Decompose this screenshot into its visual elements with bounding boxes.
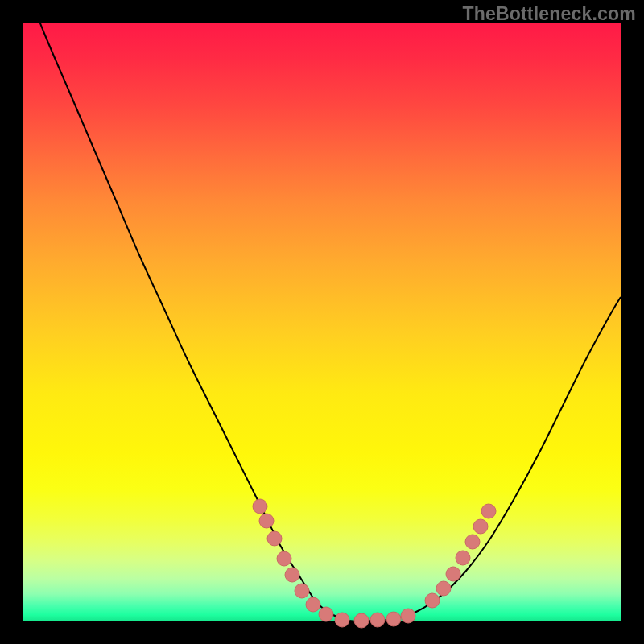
marker-point (306, 597, 320, 612)
marker-point (481, 504, 496, 518)
marker-point (277, 551, 291, 566)
marker-point (259, 514, 274, 528)
marker-point (386, 612, 401, 626)
marker-point (319, 607, 333, 621)
marker-point (456, 551, 470, 565)
highlighted-points (253, 499, 496, 628)
marker-point (370, 613, 385, 627)
marker-point (425, 593, 440, 608)
marker-point (267, 531, 282, 546)
marker-point (401, 609, 415, 623)
watermark-text: TheBottleneck.com (462, 3, 636, 25)
marker-point (285, 568, 299, 582)
bottleneck-curve (23, 0, 621, 621)
marker-point (473, 519, 488, 534)
marker-point (465, 535, 480, 549)
chart-svg (23, 23, 621, 621)
chart-frame (23, 23, 621, 621)
marker-point (354, 613, 369, 628)
marker-point (335, 613, 349, 627)
marker-point (253, 499, 267, 514)
marker-point (295, 584, 309, 598)
marker-point (446, 567, 460, 581)
marker-point (436, 581, 451, 596)
